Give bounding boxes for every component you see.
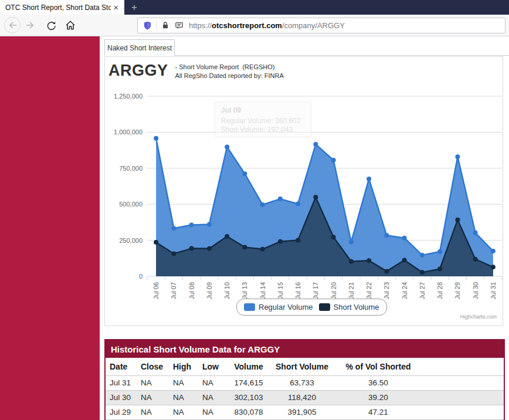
data-point-marker[interactable] — [154, 136, 158, 141]
data-point-marker[interactable] — [242, 171, 247, 176]
table-cell: NA — [169, 375, 198, 390]
data-point-marker[interactable] — [242, 245, 247, 249]
short-volume-table: DateCloseHighLowVolumeShort Volume% of V… — [106, 358, 504, 420]
data-point-marker[interactable] — [278, 197, 283, 201]
data-point-marker[interactable] — [296, 201, 300, 206]
lock-icon[interactable] — [161, 21, 170, 30]
table-cell: NA — [198, 375, 222, 390]
data-point-marker[interactable] — [349, 240, 354, 245]
data-point-marker[interactable] — [207, 222, 212, 226]
data-point-marker[interactable] — [225, 144, 229, 149]
reload-button[interactable] — [42, 20, 59, 31]
volume-chart: 0250,000500,000750,0001,000,0001,250,000… — [105, 57, 504, 327]
legend-item-regular-volume[interactable]: Regular Volume — [244, 303, 313, 311]
data-point-marker[interactable] — [473, 231, 478, 235]
data-point-marker[interactable] — [260, 202, 265, 207]
data-point-marker[interactable] — [367, 177, 371, 181]
data-point-marker[interactable] — [171, 251, 176, 256]
data-point-marker[interactable] — [189, 246, 194, 251]
data-point-marker[interactable] — [331, 158, 336, 162]
forward-button[interactable] — [22, 19, 39, 31]
data-point-marker[interactable] — [331, 235, 336, 239]
x-tick-label: Jul 15 — [277, 282, 284, 299]
x-axis — [147, 276, 502, 280]
home-icon — [65, 19, 76, 31]
data-point-marker[interactable] — [437, 266, 442, 271]
data-point-marker[interactable] — [437, 249, 442, 254]
table-row: Jul 29NANANA830,078391,90547.21 — [106, 405, 504, 419]
table-cell: 302,103 — [222, 390, 276, 405]
data-point-marker[interactable] — [420, 253, 425, 258]
y-tick-label: 1,250,000 — [114, 93, 142, 100]
table-cell: NA — [198, 405, 222, 419]
url-bar[interactable]: https://otcshortreport.com/company/ARGGY — [137, 18, 505, 33]
data-point-marker[interactable] — [154, 240, 158, 245]
url-separator — [156, 20, 157, 31]
table-header-row: DateCloseHighLowVolumeShort Volume% of V… — [106, 358, 504, 375]
x-tick-label: Jul 17 — [312, 282, 319, 299]
x-tick-label: Jul 07 — [170, 282, 177, 299]
data-point-marker[interactable] — [313, 142, 318, 147]
table-cell: 391,905 — [276, 405, 328, 419]
data-point-marker[interactable] — [313, 195, 318, 199]
site-message-icon[interactable] — [174, 21, 184, 31]
tab-naked-short-interest[interactable]: Naked Short Interest — [104, 39, 175, 56]
table-cell: Jul 29 — [106, 405, 137, 419]
data-point-marker[interactable] — [473, 257, 478, 262]
data-point-marker[interactable] — [225, 234, 229, 239]
data-point-marker[interactable] — [402, 236, 407, 241]
table-cell: 47.21 — [328, 405, 428, 419]
data-point-marker[interactable] — [384, 233, 389, 238]
x-tick-label: Jul 09 — [206, 282, 213, 299]
x-tick-label: Jul 30 — [472, 282, 479, 299]
data-point-marker[interactable] — [207, 246, 212, 251]
home-button[interactable] — [62, 19, 79, 31]
data-point-marker[interactable] — [455, 218, 460, 222]
url-text: https://otcshortreport.com/company/ARGGY — [189, 21, 345, 30]
back-arrow-icon — [6, 19, 18, 31]
chart-symbol: ARGGY — [108, 62, 168, 80]
data-point-marker[interactable] — [367, 258, 371, 263]
chart-tooltip: Jul 09 Regular Volume: 360,602 Short Vol… — [215, 101, 311, 137]
data-point-marker[interactable] — [349, 259, 354, 264]
x-tick-label: Jul 16 — [294, 282, 301, 299]
back-button[interactable] — [4, 17, 21, 33]
data-point-marker[interactable] — [402, 258, 407, 262]
table-cell: 174,615 — [222, 375, 276, 390]
data-point-marker[interactable] — [278, 239, 283, 244]
browser-tab-active[interactable]: OTC Short Report, Short Data Stock × — [0, 0, 124, 15]
data-point-marker[interactable] — [491, 265, 496, 269]
data-point-marker[interactable] — [384, 269, 389, 273]
column-header: Date — [106, 358, 137, 375]
historical-data-table-card: Historical Short Volume Data for ARGGY D… — [104, 339, 505, 420]
x-tick-label: Jul 06 — [152, 282, 160, 299]
url-domain: otcshortreport.com — [212, 21, 282, 30]
y-tick-label: 500,000 — [119, 201, 142, 208]
legend-label-short: Short Volume — [334, 303, 379, 311]
x-tick-label: Jul 29 — [454, 282, 461, 299]
data-point-marker[interactable] — [296, 238, 300, 243]
tracking-protection-shield-icon[interactable] — [142, 21, 152, 31]
table-cell: 118,420 — [276, 390, 328, 405]
data-point-marker[interactable] — [491, 249, 496, 253]
table-cell: 63,733 — [276, 375, 328, 390]
table-cell: NA — [169, 405, 198, 419]
data-point-marker[interactable] — [189, 223, 194, 228]
x-tick-label: Jul 08 — [188, 282, 195, 299]
new-tab-button[interactable]: + — [124, 0, 144, 15]
data-point-marker[interactable] — [171, 226, 176, 231]
tooltip-short-volume: Short Volume: 192,043 — [221, 126, 305, 134]
legend-item-short-volume[interactable]: Short Volume — [319, 303, 379, 311]
table-cell: NA — [137, 375, 169, 390]
tab-close-icon[interactable]: × — [111, 3, 121, 12]
data-point-marker[interactable] — [455, 154, 460, 159]
y-tick-label: 1,000,000 — [114, 128, 142, 136]
x-tick-label: Jul 10 — [223, 282, 230, 299]
legend-label-regular: Regular Volume — [259, 303, 313, 311]
data-point-marker[interactable] — [260, 247, 265, 252]
table-row: Jul 31NANANA174,61563,73336.50 — [106, 375, 504, 390]
data-point-marker[interactable] — [420, 270, 425, 275]
highcharts-credits[interactable]: Highcharts.com — [460, 314, 497, 320]
y-tick-label: 750,000 — [119, 165, 142, 172]
chart-subtitle: - Short Volume Report (REGSHO) All RegSh… — [175, 62, 284, 80]
